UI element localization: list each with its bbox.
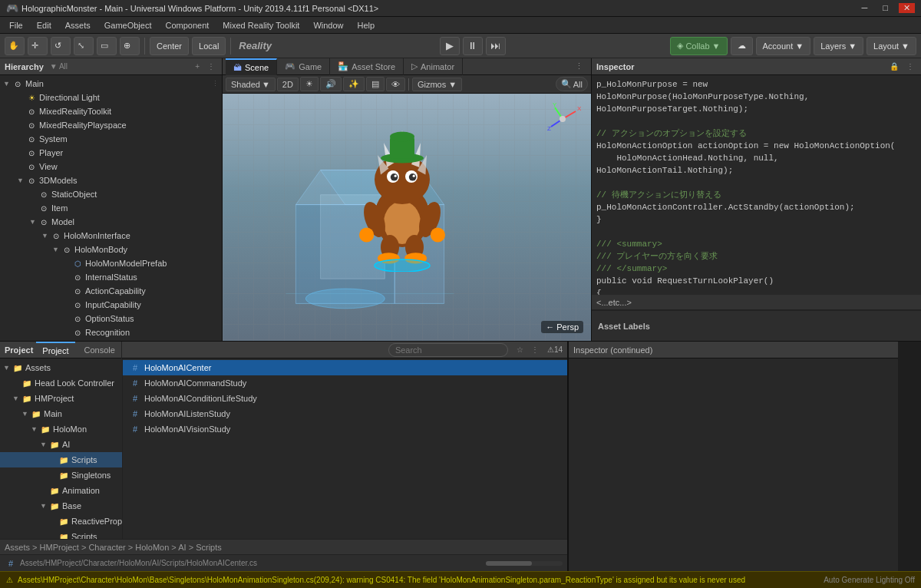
asset-scripts[interactable]: 📁 Scripts: [0, 452, 122, 467]
center-button[interactable]: Center: [150, 37, 189, 55]
tab-project[interactable]: Project: [36, 342, 74, 358]
menu-assets[interactable]: Assets: [59, 19, 97, 31]
inspector-lock-button[interactable]: 🔒: [887, 62, 901, 71]
account-button[interactable]: Account ▼: [756, 37, 811, 55]
maximize-button[interactable]: □: [878, 3, 893, 13]
layers-button[interactable]: Layers ▼: [814, 37, 863, 55]
rotate-tool[interactable]: ↺: [51, 37, 71, 55]
lighting-button[interactable]: ☀: [300, 77, 319, 91]
tree-model[interactable]: ▼ ⊙ Model: [0, 215, 222, 229]
svg-point-26: [390, 132, 414, 142]
asset-character[interactable]: ▼ 📁 Main: [0, 406, 122, 421]
audio-button[interactable]: 🔊: [320, 77, 342, 91]
tree-view[interactable]: ⊙ View: [0, 160, 222, 173]
menu-mixed-reality[interactable]: Mixed Reality Toolkit: [216, 19, 305, 31]
menu-edit[interactable]: Edit: [31, 19, 58, 31]
project-menu-button[interactable]: ⋮: [529, 345, 541, 354]
minimize-button[interactable]: ─: [857, 3, 873, 13]
asset-store-label: Asset Store: [352, 62, 395, 71]
favorites-button[interactable]: ☆: [514, 345, 526, 354]
etc-label[interactable]: <...etc...>: [592, 295, 921, 310]
svg-point-30: [431, 228, 445, 243]
tree-directional-light[interactable]: ☀ Directional Light: [0, 91, 222, 104]
tab-console[interactable]: Console: [78, 342, 122, 358]
tree-mrps[interactable]: ⊙ MixedRealityPlayspace: [0, 118, 222, 132]
asset-assets[interactable]: ▼ 📁 Assets: [0, 360, 122, 375]
gizmos-button[interactable]: Gizmos ▼: [412, 78, 462, 91]
tree-action-capability[interactable]: ⊙ ActionCapability: [0, 284, 222, 298]
tree-input-capability[interactable]: ⊙ InputCapability: [0, 298, 222, 312]
tree-system[interactable]: ⊙ System: [0, 132, 222, 146]
2d-button[interactable]: 2D: [277, 78, 299, 91]
menu-window[interactable]: Window: [307, 19, 349, 31]
effects-button[interactable]: ✨: [343, 77, 365, 91]
hierarchy-menu-button[interactable]: ⋮: [205, 62, 217, 71]
go-icon-mrtk: ⊙: [26, 106, 37, 117]
tree-3dmodels[interactable]: ▼ ⊙ 3DModels: [0, 173, 222, 187]
tab-scene[interactable]: 🏔 Scene: [226, 58, 277, 75]
tree-recognition[interactable]: ⊙ Recognition: [0, 325, 222, 339]
asset-animation[interactable]: 📁 Animation: [0, 483, 122, 498]
shading-dropdown[interactable]: Shaded ▼: [226, 78, 276, 91]
file-holomon-ai-command[interactable]: # HoloMonAICommandStudy: [123, 375, 567, 391]
file-holomon-ai-vision[interactable]: # HoloMonAIVisionStudy: [123, 421, 567, 437]
project-search-input[interactable]: [388, 343, 508, 357]
tree-holomon-model-prefab[interactable]: ⬡ HoloMonModelPrefab: [0, 256, 222, 270]
scene-options-button[interactable]: ⋮: [570, 61, 588, 71]
tree-static-object[interactable]: ⊙ StaticObject: [0, 187, 222, 201]
transform-tool[interactable]: ⊕: [120, 37, 140, 55]
inspector-bottom-header: Inspector (continued): [569, 342, 898, 358]
tree-holomon-interface[interactable]: ▼ ⊙ HoloMonInterface: [0, 229, 222, 243]
file-holomon-ai-condition[interactable]: # HoloMonAIConditionLifeStudy: [123, 391, 567, 406]
step-button[interactable]: ⏭: [486, 37, 506, 55]
file-holomon-ai-listen[interactable]: # HoloMonAIListenStudy: [123, 406, 567, 421]
scene-viewport[interactable]: X Y Z ← Persp: [223, 94, 591, 341]
scene-view-options[interactable]: ▤: [366, 77, 385, 91]
asset-hmproject[interactable]: ▼ 📁 HMProject: [0, 391, 122, 406]
tree-main[interactable]: ▼ ⊙ Main ⋮: [0, 77, 222, 91]
character-monster: [333, 118, 471, 272]
asset-ai[interactable]: ▼ 📁 AI: [0, 437, 122, 452]
tree-item[interactable]: ⊙ Item: [0, 201, 222, 215]
local-button[interactable]: Local: [192, 37, 226, 55]
hierarchy-add-button[interactable]: +: [193, 62, 202, 71]
menu-help[interactable]: Help: [352, 19, 381, 31]
project-body: ▼ 📁 Assets 📁 Head Look Controller ▼ 📁 HM…: [0, 358, 567, 539]
tree-option-status[interactable]: ⊙ OptionStatus: [0, 312, 222, 325]
collab-button[interactable]: ◈ Collab ▼: [670, 37, 727, 55]
close-button[interactable]: ✕: [899, 3, 915, 13]
menu-gameobject[interactable]: GameObject: [98, 19, 158, 31]
asset-base[interactable]: ▼ 📁 Base: [0, 498, 122, 514]
tree-mrtk[interactable]: ⊙ MixedRealityToolkit: [0, 104, 222, 118]
layout-button[interactable]: Layout ▼: [867, 37, 916, 55]
tree-holomon-body[interactable]: ▼ ⊙ HoloMonBody: [0, 243, 222, 256]
tree-internal-status[interactable]: ⊙ InternalStatus: [0, 270, 222, 284]
tab-asset-store[interactable]: 🏪 Asset Store: [330, 58, 404, 75]
go-icon-hmi: ⊙: [51, 230, 61, 241]
go-icon-view: ⊙: [26, 161, 37, 172]
hidden-objects-button[interactable]: 👁: [386, 78, 405, 91]
cloud-button[interactable]: ☁: [731, 37, 753, 55]
rect-tool[interactable]: ▭: [97, 37, 117, 55]
hand-tool[interactable]: ✋: [5, 37, 25, 55]
folder-icon-sing: 📁: [58, 470, 69, 481]
asset-reactive[interactable]: 📁 ReactiveProper: [0, 514, 122, 529]
menu-file[interactable]: File: [3, 19, 29, 31]
console-tab-label: Console: [84, 345, 115, 355]
menu-component[interactable]: Component: [159, 19, 215, 31]
file-holomon-ai-center[interactable]: # HoloMonAICenter: [123, 360, 567, 375]
pause-button[interactable]: ⏸: [463, 37, 483, 55]
scale-tool[interactable]: ⤡: [74, 37, 94, 55]
asset-holomon[interactable]: ▼ 📁 HoloMon: [0, 421, 122, 437]
tab-animator[interactable]: ▷ Animator: [404, 58, 463, 75]
move-tool[interactable]: ✛: [28, 37, 48, 55]
svg-point-35: [375, 259, 430, 272]
asset-singletons[interactable]: 📁 Singletons: [0, 467, 122, 483]
inspector-menu-button[interactable]: ⋮: [904, 62, 916, 71]
play-button[interactable]: ▶: [440, 37, 460, 55]
scene-search[interactable]: 🔍 All: [556, 77, 588, 91]
tree-player[interactable]: ⊙ Player: [0, 146, 222, 160]
asset-base-scripts[interactable]: 📁 Scripts: [0, 529, 122, 539]
tab-game[interactable]: 🎮 Game: [277, 58, 330, 75]
asset-head-look[interactable]: 📁 Head Look Controller: [0, 375, 122, 391]
